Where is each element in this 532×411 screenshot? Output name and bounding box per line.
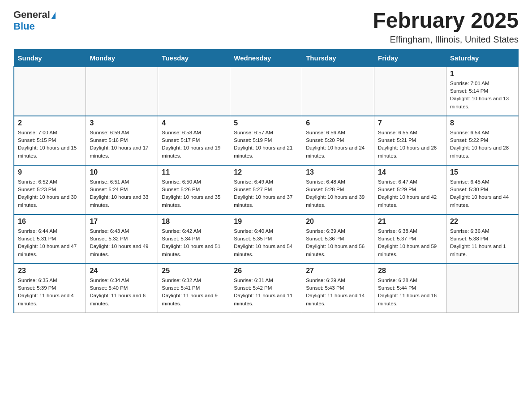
day-info: Sunrise: 6:56 AM Sunset: 5:20 PM Dayligh… — [306, 129, 370, 160]
calendar-header-monday: Monday — [86, 49, 158, 67]
day-info: Sunrise: 6:36 AM Sunset: 5:38 PM Dayligh… — [450, 227, 515, 258]
day-number: 16 — [18, 218, 82, 226]
day-info: Sunrise: 6:28 AM Sunset: 5:44 PM Dayligh… — [378, 277, 442, 308]
day-info: Sunrise: 6:47 AM Sunset: 5:29 PM Dayligh… — [378, 178, 442, 209]
day-number: 15 — [450, 168, 515, 176]
calendar-cell — [302, 67, 374, 116]
calendar-week-row: 1Sunrise: 7:01 AM Sunset: 5:14 PM Daylig… — [14, 67, 519, 116]
calendar-cell — [14, 67, 86, 116]
calendar-cell — [446, 264, 519, 313]
day-info: Sunrise: 7:00 AM Sunset: 5:15 PM Dayligh… — [18, 129, 82, 160]
day-info: Sunrise: 7:01 AM Sunset: 5:14 PM Dayligh… — [450, 80, 515, 111]
calendar-week-row: 9Sunrise: 6:52 AM Sunset: 5:23 PM Daylig… — [14, 165, 519, 214]
day-info: Sunrise: 6:39 AM Sunset: 5:36 PM Dayligh… — [306, 227, 370, 258]
day-info: Sunrise: 6:52 AM Sunset: 5:23 PM Dayligh… — [18, 178, 82, 209]
location: Effingham, Illinois, United States — [373, 34, 519, 45]
day-info: Sunrise: 6:58 AM Sunset: 5:17 PM Dayligh… — [162, 129, 226, 160]
day-info: Sunrise: 6:49 AM Sunset: 5:27 PM Dayligh… — [234, 178, 298, 209]
calendar-cell: 18Sunrise: 6:42 AM Sunset: 5:34 PM Dayli… — [158, 214, 230, 264]
calendar-cell: 1Sunrise: 7:01 AM Sunset: 5:14 PM Daylig… — [446, 67, 519, 116]
day-number: 6 — [306, 119, 370, 127]
calendar-cell: 2Sunrise: 7:00 AM Sunset: 5:15 PM Daylig… — [14, 116, 86, 165]
calendar-cell: 27Sunrise: 6:29 AM Sunset: 5:43 PM Dayli… — [302, 264, 374, 313]
calendar-cell — [230, 67, 302, 116]
day-number: 11 — [162, 168, 226, 176]
calendar-header-saturday: Saturday — [446, 49, 519, 67]
calendar-cell: 6Sunrise: 6:56 AM Sunset: 5:20 PM Daylig… — [302, 116, 374, 165]
calendar-cell — [86, 67, 158, 116]
day-info: Sunrise: 6:40 AM Sunset: 5:35 PM Dayligh… — [234, 227, 298, 258]
calendar-header-thursday: Thursday — [302, 49, 374, 67]
day-number: 12 — [234, 168, 298, 176]
day-info: Sunrise: 6:32 AM Sunset: 5:41 PM Dayligh… — [162, 277, 226, 308]
calendar-cell: 26Sunrise: 6:31 AM Sunset: 5:42 PM Dayli… — [230, 264, 302, 313]
page-header: General Blue February 2025 Effingham, Il… — [13, 9, 519, 45]
calendar-cell: 15Sunrise: 6:45 AM Sunset: 5:30 PM Dayli… — [446, 165, 519, 214]
calendar-cell: 16Sunrise: 6:44 AM Sunset: 5:31 PM Dayli… — [14, 214, 86, 264]
day-info: Sunrise: 6:34 AM Sunset: 5:40 PM Dayligh… — [90, 277, 154, 308]
day-number: 9 — [18, 168, 82, 176]
logo-blue: Blue — [13, 21, 35, 32]
calendar-cell: 9Sunrise: 6:52 AM Sunset: 5:23 PM Daylig… — [14, 165, 86, 214]
calendar-cell: 24Sunrise: 6:34 AM Sunset: 5:40 PM Dayli… — [86, 264, 158, 313]
title-block: February 2025 Effingham, Illinois, Unite… — [373, 9, 519, 45]
calendar-header-friday: Friday — [374, 49, 446, 67]
day-info: Sunrise: 6:43 AM Sunset: 5:32 PM Dayligh… — [90, 227, 154, 258]
day-number: 8 — [450, 119, 515, 127]
day-number: 27 — [306, 267, 370, 275]
day-info: Sunrise: 6:35 AM Sunset: 5:39 PM Dayligh… — [18, 277, 82, 308]
calendar-cell: 22Sunrise: 6:36 AM Sunset: 5:38 PM Dayli… — [446, 214, 519, 264]
day-info: Sunrise: 6:29 AM Sunset: 5:43 PM Dayligh… — [306, 277, 370, 308]
calendar-cell: 7Sunrise: 6:55 AM Sunset: 5:21 PM Daylig… — [374, 116, 446, 165]
day-number: 5 — [234, 119, 298, 127]
day-number: 25 — [162, 267, 226, 275]
calendar: SundayMondayTuesdayWednesdayThursdayFrid… — [13, 49, 519, 313]
day-info: Sunrise: 6:55 AM Sunset: 5:21 PM Dayligh… — [378, 129, 442, 160]
day-number: 14 — [378, 168, 442, 176]
day-number: 1 — [450, 70, 515, 78]
day-info: Sunrise: 6:38 AM Sunset: 5:37 PM Dayligh… — [378, 227, 442, 258]
day-number: 22 — [450, 218, 515, 226]
day-number: 7 — [378, 119, 442, 127]
day-number: 20 — [306, 218, 370, 226]
logo-general: General — [13, 9, 50, 21]
day-number: 10 — [90, 168, 154, 176]
month-title: February 2025 — [373, 9, 519, 33]
calendar-cell: 25Sunrise: 6:32 AM Sunset: 5:41 PM Dayli… — [158, 264, 230, 313]
day-number: 19 — [234, 218, 298, 226]
calendar-cell: 12Sunrise: 6:49 AM Sunset: 5:27 PM Dayli… — [230, 165, 302, 214]
calendar-cell: 20Sunrise: 6:39 AM Sunset: 5:36 PM Dayli… — [302, 214, 374, 264]
day-info: Sunrise: 6:50 AM Sunset: 5:26 PM Dayligh… — [162, 178, 226, 209]
calendar-cell: 21Sunrise: 6:38 AM Sunset: 5:37 PM Dayli… — [374, 214, 446, 264]
calendar-cell: 14Sunrise: 6:47 AM Sunset: 5:29 PM Dayli… — [374, 165, 446, 214]
day-info: Sunrise: 6:59 AM Sunset: 5:16 PM Dayligh… — [90, 129, 154, 160]
calendar-header-row: SundayMondayTuesdayWednesdayThursdayFrid… — [14, 49, 519, 67]
day-number: 21 — [378, 218, 442, 226]
day-info: Sunrise: 6:31 AM Sunset: 5:42 PM Dayligh… — [234, 277, 298, 308]
logo: General Blue — [13, 9, 56, 32]
calendar-cell: 28Sunrise: 6:28 AM Sunset: 5:44 PM Dayli… — [374, 264, 446, 313]
calendar-cell: 4Sunrise: 6:58 AM Sunset: 5:17 PM Daylig… — [158, 116, 230, 165]
calendar-week-row: 2Sunrise: 7:00 AM Sunset: 5:15 PM Daylig… — [14, 116, 519, 165]
calendar-week-row: 16Sunrise: 6:44 AM Sunset: 5:31 PM Dayli… — [14, 214, 519, 264]
day-number: 23 — [18, 267, 82, 275]
day-info: Sunrise: 6:42 AM Sunset: 5:34 PM Dayligh… — [162, 227, 226, 258]
calendar-week-row: 23Sunrise: 6:35 AM Sunset: 5:39 PM Dayli… — [14, 264, 519, 313]
calendar-cell: 11Sunrise: 6:50 AM Sunset: 5:26 PM Dayli… — [158, 165, 230, 214]
day-number: 4 — [162, 119, 226, 127]
day-info: Sunrise: 6:45 AM Sunset: 5:30 PM Dayligh… — [450, 178, 515, 209]
day-info: Sunrise: 6:54 AM Sunset: 5:22 PM Dayligh… — [450, 129, 515, 160]
calendar-cell — [374, 67, 446, 116]
day-number: 2 — [18, 119, 82, 127]
calendar-cell: 17Sunrise: 6:43 AM Sunset: 5:32 PM Dayli… — [86, 214, 158, 264]
calendar-cell: 3Sunrise: 6:59 AM Sunset: 5:16 PM Daylig… — [86, 116, 158, 165]
calendar-cell: 13Sunrise: 6:48 AM Sunset: 5:28 PM Dayli… — [302, 165, 374, 214]
day-info: Sunrise: 6:51 AM Sunset: 5:24 PM Dayligh… — [90, 178, 154, 209]
calendar-cell: 8Sunrise: 6:54 AM Sunset: 5:22 PM Daylig… — [446, 116, 519, 165]
calendar-cell: 23Sunrise: 6:35 AM Sunset: 5:39 PM Dayli… — [14, 264, 86, 313]
calendar-cell — [158, 67, 230, 116]
day-info: Sunrise: 6:57 AM Sunset: 5:19 PM Dayligh… — [234, 129, 298, 160]
calendar-cell: 19Sunrise: 6:40 AM Sunset: 5:35 PM Dayli… — [230, 214, 302, 264]
day-number: 26 — [234, 267, 298, 275]
calendar-header-wednesday: Wednesday — [230, 49, 302, 67]
